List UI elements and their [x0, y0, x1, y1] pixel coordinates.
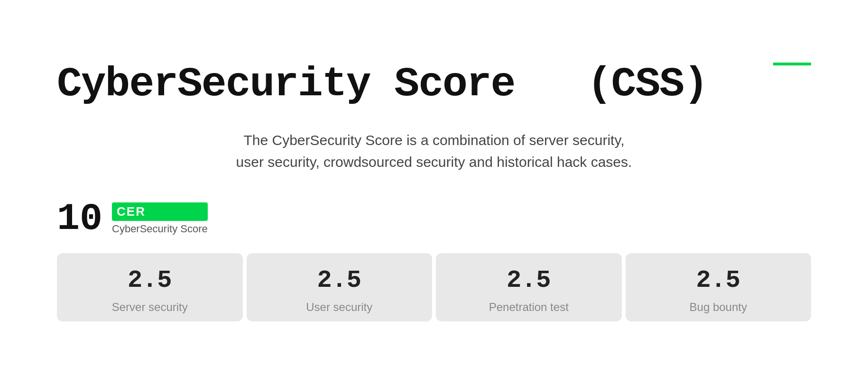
score-badge-area: CER CyberSecurity Score — [112, 202, 208, 235]
score-section: 10 CER CyberSecurity Score 2.5 Server se… — [57, 200, 811, 321]
title-part2: (CSS) — [587, 61, 708, 108]
score-cards: 2.5 Server security 2.5 User security 2.… — [57, 253, 811, 321]
green-underline-decoration — [773, 63, 811, 65]
bug-bounty-label: Bug bounty — [690, 301, 747, 314]
penetration-test-label: Penetration test — [489, 301, 569, 314]
description-text: The CyberSecurity Score is a combination… — [57, 129, 811, 174]
description-line1: The CyberSecurity Score is a combination… — [243, 132, 624, 148]
score-card-penetration-test: 2.5 Penetration test — [436, 253, 622, 321]
title-text: CyberSecurity Score (CSS) — [57, 61, 708, 108]
score-card-user-security: 2.5 User security — [247, 253, 433, 321]
page-title: CyberSecurity Score (CSS) — [57, 63, 708, 106]
score-card-bug-bounty: 2.5 Bug bounty — [626, 253, 812, 321]
user-security-label: User security — [306, 301, 372, 314]
title-row: CyberSecurity Score (CSS) — [57, 63, 811, 106]
cer-badge: CER — [112, 202, 208, 221]
user-security-value: 2.5 — [317, 268, 361, 293]
score-card-server-security: 2.5 Server security — [57, 253, 243, 321]
score-label: CyberSecurity Score — [112, 223, 208, 235]
score-number: 10 — [57, 200, 102, 238]
title-part1: CyberSecurity Score — [57, 61, 515, 108]
bug-bounty-value: 2.5 — [696, 268, 740, 293]
score-header: 10 CER CyberSecurity Score — [57, 200, 811, 238]
server-security-label: Server security — [112, 301, 188, 314]
penetration-test-value: 2.5 — [507, 268, 551, 293]
server-security-value: 2.5 — [128, 268, 172, 293]
description-line2: user security, crowdsourced security and… — [236, 154, 632, 170]
main-container: CyberSecurity Score (CSS) The CyberSecur… — [57, 63, 811, 321]
underline-wrapper — [769, 63, 811, 78]
